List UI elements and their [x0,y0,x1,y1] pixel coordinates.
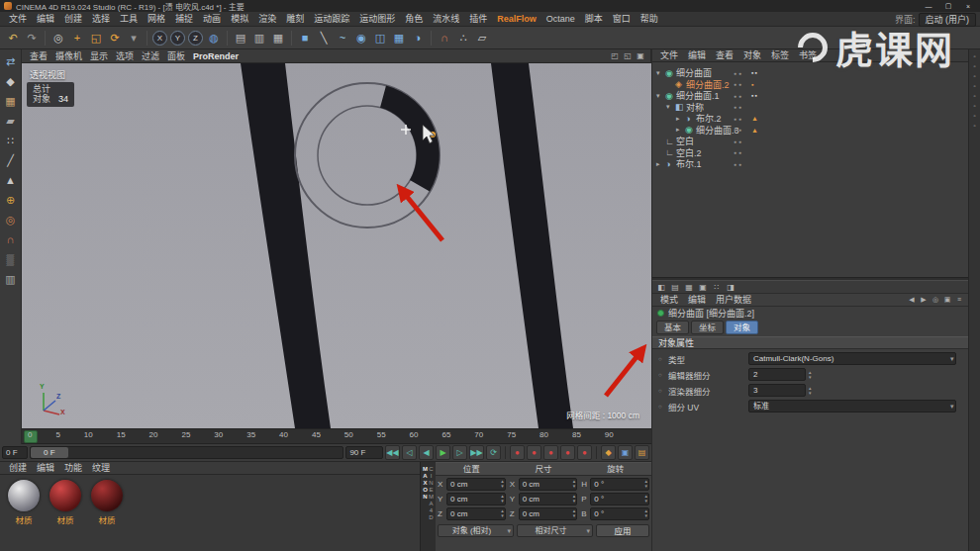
keyable-dot-icon[interactable]: ○ [658,404,665,410]
spinner-icon[interactable]: ▴▾ [809,386,812,396]
attribute-value[interactable]: 3 ▾ [748,384,806,397]
viewport-menu-item[interactable]: ProRender [189,49,243,63]
visibility-toggle-icon[interactable]: ●● [734,149,743,155]
position-input[interactable]: 0 cm ▴▾ [446,478,506,491]
object-tag-icon[interactable]: ▲ [751,115,759,122]
prev-key-button[interactable]: ◁ [402,445,417,460]
object-tag-icon[interactable]: ▪▪ [751,92,758,99]
object-name[interactable]: 布尔.1 [676,157,702,170]
visibility-toggle-icon[interactable]: ●● [734,81,743,87]
search-icon[interactable]: ◎ [930,296,941,304]
object-row[interactable]: ▸ ◉ 细分曲面.3 ●● ▲ [652,125,968,137]
forward-icon[interactable]: ▶ [918,296,930,304]
boole-button[interactable]: ◑ [409,29,427,46]
viewport-menu-item[interactable]: 查看 [26,49,51,63]
structure-manager-icon[interactable]: ▦ [683,281,695,293]
snap-icon[interactable]: ∴ [454,29,472,46]
expand-icon[interactable]: ▸ [676,115,685,123]
lock-x-button[interactable]: X [152,31,167,46]
material-preview-sphere[interactable] [91,480,123,511]
lock-y-button[interactable]: Y [170,31,185,46]
dock-tab-icon[interactable]: ▫ [973,103,975,109]
loop-button[interactable]: ⟳ [486,445,501,460]
workspace-dropdown[interactable]: 启动 (用户) [919,13,977,27]
menu-item[interactable]: 雕刻 [281,12,309,27]
dock-tab-icon[interactable]: ▫ [973,83,975,89]
menu-item[interactable]: 工具 [115,12,143,27]
viewport-popout-icon[interactable]: ◱ [622,50,634,62]
menu-item[interactable]: 文件 [4,12,32,27]
edge-mode-icon[interactable]: ╱ [2,151,20,169]
spinner-icon[interactable]: ▴▾ [645,494,648,504]
array-button[interactable]: ▦ [390,29,408,46]
spinner-icon[interactable]: ▴▾ [645,479,648,489]
menu-item[interactable]: 脚本 [580,12,608,27]
extrude-button[interactable]: ◫ [371,29,389,46]
goto-end-button[interactable]: ▶▶ [469,445,484,460]
spinner-icon[interactable]: ▴▾ [501,479,504,489]
size-input[interactable]: 0 cm ▴▾ [519,507,578,520]
material-menu-item[interactable]: 功能 [59,461,87,476]
spinner-icon[interactable]: ▴▾ [573,479,576,489]
menu-item[interactable]: 角色 [400,12,428,27]
spinner-icon[interactable]: ▴▾ [573,508,576,518]
attribute-value[interactable]: 2 ▾ [748,368,806,381]
dock-tab-icon[interactable]: ▫ [973,53,975,59]
lock-icon[interactable]: ▣ [941,296,953,304]
spinner-icon[interactable]: ▴▾ [645,508,648,518]
record-rotation-button[interactable]: ● [560,445,575,460]
object-manager-menu-item[interactable]: 编辑 [683,49,711,62]
pen-button[interactable]: ╲ [315,29,333,46]
keyable-dot-icon[interactable]: ○ [658,388,665,394]
record-position-button[interactable]: ● [527,445,541,460]
spinner-icon[interactable]: ▴▾ [573,494,576,504]
current-frame-field[interactable]: 0 F [2,446,28,459]
menu-item[interactable]: 帮助 [636,12,663,27]
visibility-toggle-icon[interactable]: ●● [734,127,743,133]
record-keyframe-button[interactable]: ● [510,445,525,460]
enable-axis-icon[interactable]: ⊕ [2,191,20,209]
attribute-manager-icon[interactable]: ◧ [655,281,667,293]
workplane-lock-icon[interactable]: ▥ [2,270,20,288]
view-label[interactable]: 透视视图 [30,68,65,81]
attribute-tab[interactable]: 基本 [656,321,689,334]
viewport-menu-item[interactable]: 显示 [86,49,112,63]
live-selection-icon[interactable]: ◎ [49,29,67,46]
object-tag-icon[interactable]: ▪▪ [751,69,758,76]
frame-slider-handle[interactable]: 0 F [31,447,68,458]
rotation-input[interactable]: 0 ° ▴▾ [590,478,649,491]
size-input[interactable]: 0 cm ▴▾ [519,478,578,491]
next-frame-button[interactable]: ▷ [452,445,467,460]
coordinate-system-icon[interactable]: ◍ [205,29,223,46]
object-name[interactable]: 细分曲面.3 [696,124,739,137]
expand-icon[interactable]: ▾ [666,103,675,111]
rotation-input[interactable]: 0 ° ▴▾ [590,507,649,520]
spline-button[interactable]: ~ [334,29,351,46]
keyable-dot-icon[interactable]: ○ [658,356,665,362]
material-menu-item[interactable]: 编辑 [32,461,59,476]
timeline-ruler[interactable]: 0 5 10 15 20 25 30 35 40 45 50 55 60 65 … [22,428,651,444]
menu-item[interactable]: 动画 [198,12,226,27]
menu-item[interactable]: Octane [541,12,580,27]
attribute-tab[interactable]: 坐标 [691,321,724,334]
menu-item[interactable]: 模拟 [226,12,253,27]
timeline-window-button[interactable]: ▤ [635,445,649,460]
visibility-toggle-icon[interactable]: ●● [734,93,743,99]
menu-icon[interactable]: ≡ [953,296,965,304]
object-manager-menu-item[interactable]: 标签 [766,49,794,62]
material-menu-item[interactable]: 纹理 [87,461,115,476]
visibility-toggle-icon[interactable]: ●● [734,70,743,76]
close-button[interactable]: × [960,1,976,11]
material-name[interactable]: 材质 [89,513,125,525]
spinner-icon[interactable]: ▴▾ [501,494,504,504]
render-settings-button[interactable]: ▦ [269,29,287,46]
dock-tab-icon[interactable]: ▫ [973,63,975,69]
menu-item[interactable]: 运动图形 [354,12,400,27]
expand-icon[interactable]: ▾ [656,92,665,100]
dropdown-arrow-icon[interactable]: ▾ [950,401,954,413]
object-tag-icon[interactable]: ▪ [751,81,754,88]
keyable-dot-icon[interactable]: ○ [658,372,665,378]
material-item[interactable]: 材质 [48,480,83,525]
presets-icon[interactable]: ◨ [725,281,736,293]
material-item[interactable]: 材质 [6,480,42,525]
